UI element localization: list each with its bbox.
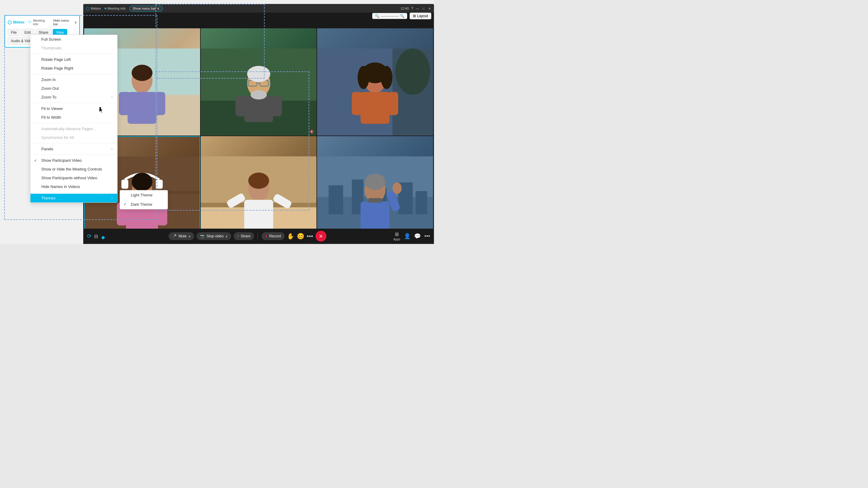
video-cell-3 (317, 28, 433, 135)
menu-zoom-to[interactable]: Zoom To › (30, 93, 117, 101)
zoom-in-icon[interactable]: 🔍 (400, 14, 404, 18)
zoom-out-icon[interactable]: 🔍 (375, 14, 379, 18)
controls-right: ⊞ Apps 👤 💬 ••• (393, 231, 430, 241)
control-divider (258, 233, 258, 240)
sep-3 (30, 103, 117, 103)
menu-fit-viewer[interactable]: Fit to Viewer (30, 104, 117, 113)
hide-menubar-btn[interactable]: Hide menu bar ∧ (53, 19, 77, 26)
minimize-btn[interactable]: — (415, 7, 419, 10)
restore-btn[interactable]: □ (422, 7, 425, 10)
menu-rotate-right[interactable]: Rotate Page Right (30, 64, 117, 73)
end-call-btn[interactable]: ✕ (315, 231, 327, 241)
menu-fit-width[interactable]: Fit to Width (30, 113, 117, 122)
close-btn[interactable]: ✕ (428, 7, 431, 10)
svg-rect-53 (415, 191, 427, 214)
svg-point-29 (381, 66, 393, 89)
share-icon: ↑ (237, 234, 239, 238)
menu-themes[interactable]: Themes › (30, 194, 117, 202)
webex-icon: ⬡ (7, 20, 12, 25)
zoom-to-arrow: › (112, 96, 113, 99)
rotate-left-label: Rotate Page Left (41, 57, 71, 62)
menu-fullscreen[interactable]: Full Screen (30, 35, 117, 44)
sep-6 (30, 155, 117, 155)
svg-point-58 (365, 173, 385, 190)
dark-theme-check: ✓ (124, 202, 127, 206)
svg-point-38 (132, 173, 153, 191)
sep-1 (30, 54, 117, 54)
meeting-info-menubar-btn[interactable]: 🛡 Meeting info (27, 18, 51, 27)
menu-rotate-left[interactable]: Rotate Page Left (30, 55, 117, 64)
stop-video-btn[interactable]: 📷 Stop video ∨ (196, 232, 231, 240)
svg-rect-5 (154, 92, 165, 115)
mute-dropdown-icon[interactable]: ∨ (188, 235, 190, 238)
layout-btn[interactable]: ⊞ Layout (410, 13, 431, 19)
webex-logo: ⬡ Webex (7, 20, 24, 25)
mute-btn[interactable]: 🎤 Mute ∨ (168, 232, 194, 240)
show-participant-check: ✓ (34, 158, 37, 163)
menu-show-no-video[interactable]: Show Participants without Video (30, 173, 117, 182)
titlebar-left: ⬡ Webex Meeting info Show menu bar ∨ (86, 6, 397, 11)
camera-icon: 📷 (200, 234, 205, 238)
meeting-controls-bar: ⟳ ⊟ 🎤 Mute ∨ 📷 Stop video ∨ (84, 229, 434, 244)
layout-icon: ⊞ (413, 14, 416, 18)
menu-zoom-in[interactable]: Zoom In (30, 75, 117, 84)
svg-point-57 (393, 182, 402, 194)
more-icon[interactable]: ••• (424, 233, 430, 239)
menu-panels[interactable]: Panels › (30, 144, 117, 153)
reaction-emoji-icon[interactable]: 😊 (297, 233, 304, 240)
meeting-info-dot (104, 7, 106, 9)
fit-width-label: Fit to Width (41, 115, 61, 120)
menu-sync-all[interactable]: Synchronize for All (30, 133, 117, 142)
menu-hide-names[interactable]: Hide Names in Videos (30, 182, 117, 191)
zoom-bar[interactable]: 🔍 —————— 🔍 (372, 13, 407, 19)
time-display: 12:40 (401, 7, 409, 10)
svg-rect-24 (361, 92, 390, 124)
menu-zoom-out[interactable]: Zoom Out (30, 84, 117, 93)
svg-point-19 (250, 90, 267, 99)
apps-grid-icon: ⊞ (395, 231, 399, 237)
svg-rect-43 (244, 200, 273, 232)
tab-file[interactable]: File (7, 29, 20, 36)
svg-rect-33 (156, 180, 163, 189)
svg-rect-32 (121, 180, 128, 189)
reaction-hand-icon[interactable]: ✋ (287, 233, 294, 240)
themes-arrow: › (112, 196, 113, 200)
svg-rect-49 (329, 185, 343, 214)
spinner-icon: ⟳ (87, 233, 92, 239)
dark-theme-label: Dark Theme (131, 202, 152, 207)
fullscreen-label: Full Screen (41, 37, 61, 41)
help-icon[interactable]: ? (411, 6, 413, 10)
video-dropdown-icon[interactable]: ∨ (225, 235, 227, 238)
svg-rect-4 (119, 92, 130, 115)
light-theme-label: Light Theme (131, 193, 153, 197)
show-participant-video-label: Show Participant Video (41, 158, 82, 163)
menu-thumbnails[interactable]: Thumbnails (30, 44, 117, 53)
view-dropdown-menu: Full Screen Thumbnails Rotate Page Left … (30, 35, 118, 203)
controls-center: 🎤 Mute ∨ 📷 Stop video ∨ ↑ Share ● Record (103, 231, 392, 241)
fit-viewer-label: Fit to Viewer (41, 106, 63, 111)
apps-btn[interactable]: ⊞ Apps (393, 231, 400, 241)
submenu-light-theme[interactable]: Light Theme (120, 190, 167, 200)
controls-left: ⟳ ⊟ (87, 233, 98, 239)
svg-rect-14 (271, 96, 282, 116)
layout-small-icon[interactable]: ⊟ (94, 233, 98, 239)
zoom-slider[interactable]: —————— (381, 14, 399, 18)
thumbnails-label: Thumbnails (41, 46, 61, 50)
show-no-video-label: Show Participants without Video (41, 175, 97, 180)
more-options-btn[interactable]: ••• (307, 233, 313, 240)
zoom-to-label: Zoom To (41, 95, 56, 99)
sep-7 (30, 192, 117, 193)
sep-2 (30, 74, 117, 74)
participants-icon[interactable]: 👤 (404, 233, 410, 239)
meeting-info-title-label[interactable]: Meeting info (104, 7, 126, 10)
chat-icon[interactable]: 💬 (414, 233, 421, 239)
show-menu-bar-btn[interactable]: Show menu bar ∨ (129, 6, 163, 11)
menu-show-hide-controls[interactable]: Show or Hide the Meeting Controls (30, 165, 117, 173)
menu-show-participant-video[interactable]: ✓ Show Participant Video (30, 156, 117, 165)
share-btn[interactable]: ↑ Share (234, 232, 254, 240)
shield-icon: 🛡 (28, 20, 32, 24)
svg-point-28 (358, 66, 369, 89)
menu-auto-advance[interactable]: Automatically Advance Pages... (30, 124, 117, 133)
submenu-dark-theme[interactable]: ✓ Dark Theme (120, 200, 167, 209)
record-btn[interactable]: ● Record (261, 232, 284, 240)
